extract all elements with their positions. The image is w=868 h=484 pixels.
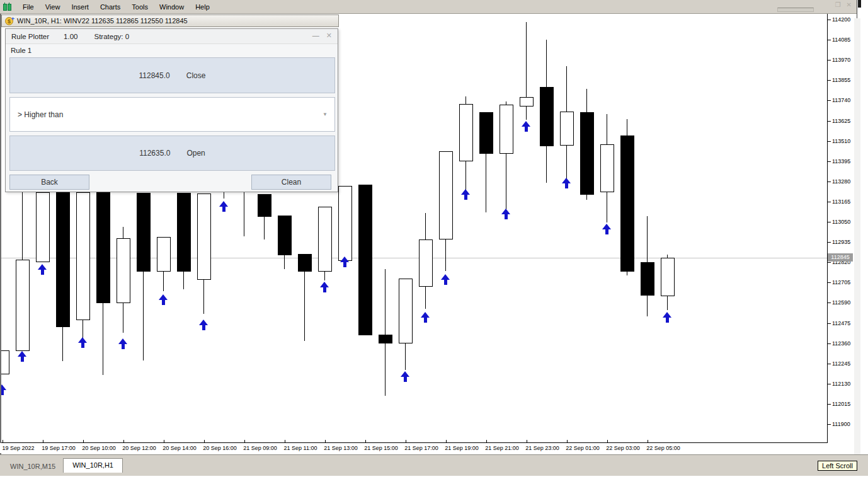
buy-signal-arrow-icon [219, 201, 228, 212]
candle-body-bearish [540, 87, 554, 146]
time-label: 22 Sep 01:00 [561, 445, 605, 451]
time-tick [607, 440, 608, 443]
time-tick [83, 440, 84, 443]
time-label: 21 Sep 19:00 [440, 445, 484, 451]
candle-body-bullish [318, 207, 332, 272]
candle-body-bullish [338, 186, 352, 261]
price-label: 112015 [832, 401, 850, 407]
candle-body-bearish [137, 193, 151, 272]
dialog-minimize-icon[interactable]: — [312, 32, 319, 40]
price-tick [828, 343, 831, 344]
buy-signal-arrow-icon [602, 224, 611, 234]
candle-body-bearish [177, 193, 191, 272]
buy-signal-arrow-icon [118, 338, 127, 349]
price-label: 113050 [832, 219, 850, 225]
candle-body-bearish [258, 194, 271, 217]
price-tick [828, 60, 831, 60]
candle-body-bearish [479, 112, 493, 154]
candle-body-bearish [278, 216, 292, 255]
open-label: Open [186, 149, 205, 158]
menu-item-charts[interactable]: Charts [94, 1, 126, 13]
chart-tab-win-10r-h1[interactable]: WIN_10R,H1 [63, 458, 123, 473]
time-label: 21 Sep 15:00 [359, 445, 403, 451]
close-window-icon[interactable]: ✕ [847, 1, 852, 8]
price-label: 112935 [832, 239, 850, 245]
dialog-strategy: Strategy: 0 [94, 33, 129, 40]
time-tick [285, 440, 285, 443]
price-label: 111900 [832, 421, 850, 427]
time-tick [3, 440, 3, 443]
price-axis: 1142001140851139701138551137401136251135… [828, 13, 854, 454]
chart-tab-win-10r-m15[interactable]: WIN_10R,M15 [3, 461, 63, 473]
price-tick [828, 202, 831, 202]
menu-item-file[interactable]: File [17, 1, 40, 13]
candle-body-bullish [36, 192, 50, 262]
candle-body-bullish [500, 105, 513, 154]
price-label: 112360 [832, 340, 850, 347]
chevron-down-icon: ▼ [323, 112, 328, 117]
time-tick [204, 440, 205, 443]
candle-body-bullish [76, 192, 90, 320]
back-button[interactable]: Back [9, 175, 89, 190]
time-tick [43, 440, 43, 443]
buy-signal-arrow-icon [340, 256, 349, 267]
buy-signal-arrow-icon [78, 337, 87, 348]
time-tick [567, 440, 568, 443]
buy-signal-arrow-icon [159, 294, 168, 305]
candle-body-bearish [379, 335, 392, 343]
price-label: 113970 [832, 57, 850, 63]
time-label: 21 Sep 17:00 [399, 445, 443, 451]
price-label: 113625 [832, 118, 850, 124]
operator-value: > Higher than [18, 110, 63, 119]
buy-signal-arrow-icon [401, 371, 409, 382]
price-tick [828, 302, 831, 303]
menu-item-tools[interactable]: Tools [126, 1, 154, 13]
restore-window-icon[interactable]: ❐ [835, 1, 841, 8]
menu-item-help[interactable]: Help [190, 1, 215, 13]
price-label: 112130 [832, 381, 850, 387]
toolbar-divider [777, 8, 814, 12]
candle-body-bullish [1, 350, 9, 374]
price-label: 114085 [832, 37, 850, 43]
menu-item-insert[interactable]: Insert [66, 1, 94, 13]
time-tick [123, 440, 124, 443]
dialog-title-bar[interactable]: Rule Plotter 1.00 Strategy: 0 — ✕ [6, 29, 338, 44]
time-tick [446, 440, 447, 443]
clean-button[interactable]: Clean [251, 175, 331, 190]
buy-signal-arrow-icon [562, 178, 571, 188]
candle-body-bullish [419, 239, 433, 287]
time-tick [527, 440, 527, 443]
time-label: 22 Sep 05:00 [641, 445, 685, 451]
price-tick [828, 404, 831, 405]
buy-signal-arrow-icon [320, 282, 329, 292]
time-label: 20 Sep 10:00 [77, 445, 121, 451]
price-tick [828, 182, 831, 182]
window-controls[interactable]: ❐ ✕ [835, 1, 852, 8]
menu-item-view[interactable]: View [40, 1, 66, 13]
right-scroll-strip[interactable] [854, 18, 860, 459]
price-label: 114200 [832, 16, 850, 23]
candle-body-bullish [157, 237, 171, 272]
chart-tabs: WIN_10R,M15WIN_10R,H1 [3, 458, 123, 473]
operator-dropdown[interactable]: > Higher than ▼ [9, 97, 335, 132]
buy-signal-arrow-icon [441, 274, 450, 285]
open-condition-button[interactable]: 112635.0 Open [9, 135, 335, 171]
scrollbar-thumb[interactable] [858, 0, 861, 8]
chart-title-bar: $ + WIN_10R, H1: WINV22 112635 112865 11… [1, 14, 339, 27]
price-label: 113855 [832, 77, 850, 83]
vertical-scrollbar[interactable] [857, 0, 868, 18]
candle-body-bullish [661, 258, 675, 296]
time-label: 21 Sep 21:00 [480, 445, 524, 451]
close-condition-button[interactable]: 112845.0 Close [9, 57, 335, 93]
buy-signal-arrow-icon [461, 189, 470, 200]
price-tick [828, 424, 831, 425]
candle-body-bullish [439, 151, 453, 239]
dialog-close-icon[interactable]: ✕ [326, 32, 332, 40]
chart-symbol-icon: $ + [5, 17, 13, 25]
menu-item-window[interactable]: Window [154, 1, 190, 13]
time-tick [325, 440, 326, 443]
status-area [0, 475, 868, 484]
time-label: 21 Sep 09:00 [238, 445, 282, 451]
buy-signal-arrow-icon [1, 384, 6, 395]
buy-signal-arrow-icon [199, 320, 208, 330]
